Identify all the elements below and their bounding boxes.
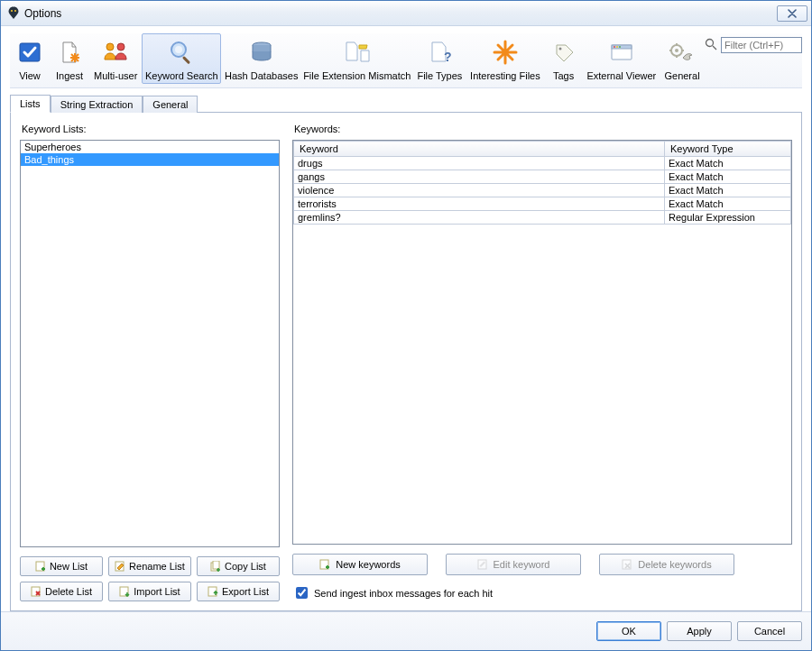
svg-point-17 [675, 49, 678, 52]
import-list-button[interactable]: Import List [108, 582, 191, 601]
table-row[interactable]: violenceExact Match [294, 184, 791, 197]
new-icon [35, 561, 46, 572]
toolbar-tags[interactable]: Tags [544, 33, 584, 84]
file-types-icon: ? [425, 38, 454, 67]
search-icon [167, 38, 196, 67]
delete-icon [622, 559, 632, 570]
external-viewer-icon [607, 38, 636, 67]
delete-list-button[interactable]: Delete List [20, 582, 103, 601]
edit-keyword-button: Edit keyword [446, 554, 581, 575]
close-icon [786, 9, 798, 18]
toolbar-label: Interesting Files [470, 70, 540, 81]
cell-keyword-type: Exact Match [665, 170, 791, 184]
table-row[interactable]: terroristsExact Match [294, 197, 791, 211]
toolbar-external-viewer[interactable]: External Viewer [584, 33, 660, 84]
toolbar-multi-user[interactable]: Multi-user [89, 33, 142, 84]
svg-point-3 [106, 43, 114, 50]
toolbar-label: Multi-user [94, 70, 137, 81]
titlebar: Options [1, 1, 811, 26]
edit-icon [477, 559, 488, 570]
tabs-row: Lists String Extraction General [1, 88, 811, 112]
app-icon [6, 6, 21, 21]
svg-line-19 [713, 46, 716, 50]
toolbar-file-types[interactable]: ? File Types [412, 33, 466, 84]
cancel-button[interactable]: Cancel [737, 621, 802, 641]
ok-button[interactable]: OK [596, 621, 661, 641]
svg-point-18 [706, 40, 713, 47]
new-keywords-button[interactable]: New keywords [292, 554, 428, 575]
keywords-table-wrap[interactable]: Keyword Keyword Type drugsExact Matchgan… [292, 140, 792, 545]
toolbar: View Ingest Multi-user Keyword Search Ha… [1, 26, 811, 88]
tab-string-extraction[interactable]: String Extraction [51, 96, 143, 113]
cell-keyword: drugs [294, 157, 665, 170]
toolbar-label: Keyword Search [145, 70, 218, 81]
col-keyword[interactable]: Keyword [294, 142, 665, 157]
multi-user-icon [101, 38, 130, 67]
toolbar-ingest[interactable]: Ingest [50, 33, 89, 84]
tag-icon [549, 38, 578, 67]
copy-icon [210, 561, 221, 572]
svg-point-6 [175, 46, 182, 53]
keyword-lists-pane: Keyword Lists: SuperheroesBad_things New… [20, 122, 280, 601]
toolbar-label: External Viewer [586, 70, 656, 81]
general-settings-icon [668, 38, 697, 67]
copy-list-button[interactable]: Copy List [197, 556, 280, 576]
filter-area [705, 33, 802, 53]
svg-rect-7 [182, 56, 190, 64]
view-icon [15, 38, 44, 67]
cell-keyword: gangs [294, 170, 665, 184]
cell-keyword: terrorists [294, 197, 665, 211]
cell-keyword-type: Regular Expression [665, 211, 791, 225]
toolbar-interesting-files[interactable]: Interesting Files [466, 33, 543, 84]
svg-point-0 [11, 10, 13, 12]
toolbar-label: File Extension Mismatch [303, 70, 411, 81]
new-list-button[interactable]: New List [20, 556, 103, 576]
toolbar-label: File Types [417, 70, 462, 81]
button-label: New List [50, 561, 88, 572]
apply-button[interactable]: Apply [667, 621, 732, 641]
keywords-pane: Keywords: Keyword Keyword Type drugsExac… [292, 122, 792, 601]
toolbar-view[interactable]: View [10, 33, 50, 84]
cell-keyword-type: Exact Match [665, 157, 791, 170]
toolbar-hash-databases[interactable]: Hash Databases [221, 33, 301, 84]
list-item[interactable]: Superheroes [21, 141, 279, 153]
keyword-lists-label: Keyword Lists: [22, 124, 278, 134]
export-icon [208, 586, 218, 597]
rename-list-button[interactable]: Rename List [108, 556, 191, 576]
toolbar-label: Hash Databases [225, 70, 298, 81]
keyword-lists-listbox[interactable]: SuperheroesBad_things [20, 140, 280, 547]
toolbar-label: General [664, 70, 699, 81]
delete-keywords-button: Delete keywords [599, 554, 734, 575]
table-row[interactable]: drugsExact Match [294, 157, 791, 170]
window-close-button[interactable] [777, 5, 807, 22]
toolbar-general[interactable]: General [660, 33, 705, 84]
interesting-files-icon [491, 38, 520, 67]
new-icon [319, 559, 330, 570]
checkbox-label: Send ingest inbox messages for each hit [314, 588, 493, 599]
tab-general[interactable]: General [143, 96, 198, 113]
toolbar-keyword-search[interactable]: Keyword Search [142, 33, 221, 84]
tab-label: General [152, 99, 188, 110]
table-row[interactable]: gremlins?Regular Expression [294, 211, 791, 225]
svg-point-4 [117, 43, 125, 50]
filter-input[interactable] [721, 37, 802, 53]
tab-label: String Extraction [60, 99, 134, 110]
cell-keyword-type: Exact Match [665, 184, 791, 197]
button-label: Copy List [225, 561, 266, 572]
rename-icon [115, 561, 125, 572]
table-row[interactable]: gangsExact Match [294, 170, 791, 184]
ingest-icon [55, 38, 84, 67]
col-keyword-type[interactable]: Keyword Type [665, 142, 791, 157]
tab-lists[interactable]: Lists [10, 95, 51, 113]
toolbar-label: View [19, 70, 41, 81]
cell-keyword-type: Exact Match [665, 197, 791, 211]
toolbar-file-extension-mismatch[interactable]: File Extension Mismatch [301, 33, 412, 84]
keywords-table: Keyword Keyword Type drugsExact Matchgan… [293, 141, 791, 225]
svg-point-10 [558, 48, 561, 50]
send-ingest-checkbox[interactable] [296, 587, 308, 599]
import-icon [119, 586, 130, 597]
list-item[interactable]: Bad_things [21, 153, 279, 166]
export-list-button[interactable]: Export List [197, 582, 280, 601]
button-label: Rename List [129, 561, 185, 572]
send-ingest-checkbox-row[interactable]: Send ingest inbox messages for each hit [292, 584, 792, 601]
